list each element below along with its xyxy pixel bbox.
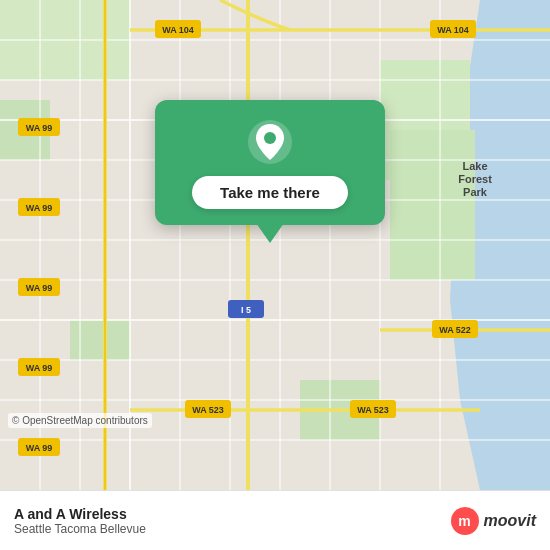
moovit-logo[interactable]: m moovit — [451, 507, 536, 535]
svg-text:WA 104: WA 104 — [162, 25, 194, 35]
svg-text:Forest: Forest — [458, 173, 492, 185]
svg-rect-8 — [390, 130, 475, 280]
business-info: A and A Wireless Seattle Tacoma Bellevue — [14, 506, 146, 536]
svg-text:WA 523: WA 523 — [192, 405, 224, 415]
business-name: A and A Wireless — [14, 506, 146, 522]
svg-text:WA 99: WA 99 — [26, 443, 53, 453]
svg-text:WA 99: WA 99 — [26, 283, 53, 293]
popup-card[interactable]: Take me there — [155, 100, 385, 225]
svg-rect-5 — [70, 320, 130, 360]
svg-text:Park: Park — [463, 186, 488, 198]
svg-point-61 — [264, 132, 276, 144]
svg-text:Lake: Lake — [462, 160, 487, 172]
svg-text:WA 104: WA 104 — [437, 25, 469, 35]
svg-text:WA 522: WA 522 — [439, 325, 471, 335]
business-location: Seattle Tacoma Bellevue — [14, 522, 146, 536]
moovit-logo-text: moovit — [484, 512, 536, 530]
svg-text:WA 99: WA 99 — [26, 363, 53, 373]
svg-text:WA 523: WA 523 — [357, 405, 389, 415]
map-attribution: © OpenStreetMap contributors — [8, 413, 152, 428]
map-container: WA 99 WA 99 WA 99 WA 99 WA 99 WA 104 WA … — [0, 0, 550, 490]
svg-text:WA 99: WA 99 — [26, 123, 53, 133]
bottom-bar: A and A Wireless Seattle Tacoma Bellevue… — [0, 490, 550, 550]
moovit-logo-icon: m — [451, 507, 479, 535]
take-me-there-button[interactable]: Take me there — [192, 176, 348, 209]
location-pin-icon — [246, 118, 294, 166]
svg-text:I 5: I 5 — [241, 305, 251, 315]
svg-text:WA 99: WA 99 — [26, 203, 53, 213]
